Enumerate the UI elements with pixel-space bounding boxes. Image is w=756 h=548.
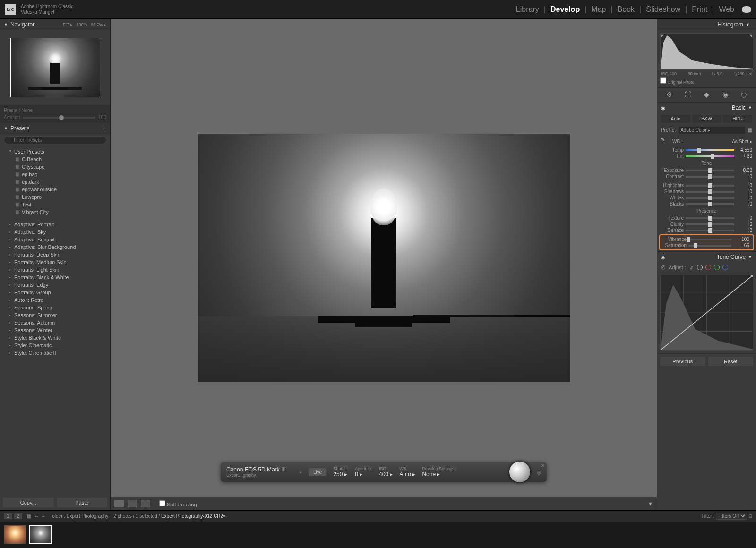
soft-proofing-checkbox[interactable]: Soft Proofing [159,500,197,507]
preset-item[interactable]: Vibrant City [0,208,110,216]
texture-slider[interactable] [686,217,734,219]
heal-icon[interactable]: ◆ [702,91,711,99]
clarity-slider[interactable] [686,223,734,225]
preset-category[interactable]: Seasons: Winter [0,326,110,334]
redeye-icon[interactable]: ◉ [721,91,730,99]
profile-grid-icon[interactable]: ▦ [748,128,752,133]
contrast-slider[interactable] [686,176,734,178]
preset-category[interactable]: Portraits: Medium Skin [0,258,110,266]
live-button[interactable]: Live [309,468,326,476]
tonecurve-header[interactable]: ◉ Tone Curve▼ [657,252,756,262]
preset-item[interactable]: Cityscape [0,163,110,171]
module-web[interactable]: Web [716,5,737,14]
preset-category[interactable]: Auto+: Retro [0,296,110,304]
main-photo[interactable] [198,134,570,382]
dehaze-slider[interactable] [686,230,734,231]
histogram-graph[interactable]: ◤ ◥ [660,33,753,70]
develop-settings-field[interactable]: Develop Settings :None ▸ [422,466,456,478]
preset-category[interactable]: Style: Cinematic II [0,349,110,357]
close-tether-icon[interactable]: ✕ [541,463,545,468]
wb-select[interactable]: As Shot ▸ [732,139,752,144]
eye-icon[interactable]: ◉ [661,105,665,111]
preset-category[interactable]: Portraits: Group [0,289,110,296]
vibrance-slider[interactable] [688,239,731,240]
module-book[interactable]: Book [615,5,637,14]
filter-select[interactable]: Filters Off [716,513,747,520]
module-slideshow[interactable]: Slideshow [643,5,683,14]
curve-point-icon[interactable]: ⫽ [689,265,694,270]
before-after-tb-icon[interactable] [141,500,150,507]
target-adjust-icon[interactable]: ◎ [661,264,666,270]
camera-name[interactable]: Canon EOS 5D Mark III [226,466,292,473]
hdr-button[interactable]: HDR [723,115,752,123]
shutter-field[interactable]: Shutter:250 ▸ [333,466,348,478]
edit-icon[interactable]: ⚙ [665,91,674,99]
presets-header[interactable]: ▼ Presets + [0,123,110,134]
filter-lock-icon[interactable]: ⊟ [748,514,752,519]
mask-icon[interactable]: ◌ [739,91,748,99]
profile-select[interactable]: Adobe Color ▸ [679,127,745,134]
tonecurve-graph[interactable] [660,275,753,351]
shadows-slider[interactable] [686,191,734,193]
preset-category[interactable]: Seasons: Spring [0,304,110,311]
green-channel-icon[interactable] [714,265,720,270]
previous-button[interactable]: Previous [660,357,705,366]
preset-category[interactable]: Seasons: Summer [0,311,110,319]
tint-slider[interactable] [686,155,734,157]
red-channel-icon[interactable] [705,265,711,270]
thumbnail-1[interactable] [4,525,26,544]
tether-trigger-icon[interactable]: ◎ [537,470,541,475]
preset-category[interactable]: Adaptive: Sky [0,228,110,236]
preset-search[interactable] [4,136,106,144]
preset-item[interactable]: C.Beach [0,155,110,163]
rgb-channel-icon[interactable] [697,265,703,270]
preset-search-input[interactable] [4,136,106,144]
preset-category[interactable]: Seasons: Autumn [0,319,110,326]
cloud-sync-icon[interactable] [742,6,751,13]
preset-category[interactable]: Adaptive: Blur Background [0,243,110,251]
navigator-header[interactable]: ▼ Navigator FIT ▸ 100% 66.7% ▸ [0,19,110,30]
preset-category[interactable]: Portraits: Light Skin [0,266,110,274]
blue-channel-icon[interactable] [722,265,728,270]
user-presets-group[interactable]: User Presets [0,148,110,155]
shadow-clip-icon[interactable]: ◤ [661,34,664,38]
paste-button[interactable]: Paste [57,498,108,507]
toolbar-collapse-icon[interactable]: ▼ [648,501,653,506]
module-library[interactable]: Library [513,5,542,14]
preset-category[interactable]: Style: Black & White [0,334,110,342]
highlight-clip-icon[interactable]: ◥ [749,34,752,38]
before-after-lr-icon[interactable] [128,500,137,507]
preset-category[interactable]: Portraits: Edgy [0,281,110,289]
auto-button[interactable]: Auto [661,115,690,123]
preset-item[interactable]: ep.bag [0,171,110,178]
saturation-slider[interactable] [688,245,731,247]
highlights-slider[interactable] [686,185,734,187]
bw-button[interactable]: B&W [692,115,722,123]
screen-1-button[interactable]: 1 [4,513,12,519]
amount-slider[interactable] [23,117,95,119]
eyedropper-icon[interactable]: ✎ [661,137,670,146]
preset-item[interactable]: ep.dark [0,178,110,186]
module-print[interactable]: Print [689,5,710,14]
wb-field[interactable]: WB:Auto ▸ [399,466,415,478]
preset-category[interactable]: Portraits: Deep Skin [0,251,110,258]
eye-icon[interactable]: ◉ [661,255,665,260]
thumbnail-2[interactable] [29,525,52,544]
histogram-header[interactable]: Histogram▼ [657,19,756,30]
preset-item[interactable]: epowar.outside [0,186,110,193]
screen-2-button[interactable]: 2 [14,513,23,519]
preset-category[interactable]: Adaptive: Portrait [0,221,110,228]
basic-header[interactable]: ◉ Basic▼ [657,103,756,113]
module-develop[interactable]: Develop [548,5,583,14]
loupe-view-icon[interactable] [114,500,124,507]
preset-category[interactable]: Style: Cinematic [0,342,110,349]
preset-item[interactable]: Lowepro [0,193,110,201]
module-map[interactable]: Map [588,5,609,14]
preset-category[interactable]: Adaptive: Subject [0,236,110,243]
temp-slider[interactable] [686,149,734,151]
copy-button[interactable]: Copy... [3,498,54,507]
add-preset-icon[interactable]: + [104,126,106,131]
file-dropdown-icon[interactable]: ▾ [223,514,225,519]
original-photo-checkbox[interactable]: Original Photo [660,80,695,85]
next-photo-icon[interactable]: → [41,514,45,519]
